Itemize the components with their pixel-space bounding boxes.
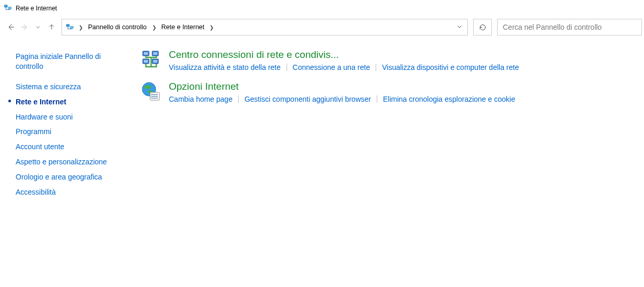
sidebar-home-link[interactable]: Pagina iniziale Pannello di controllo [16, 49, 125, 74]
sidebar-item-appearance[interactable]: Aspetto e personalizzazione [16, 154, 125, 170]
refresh-button[interactable] [473, 19, 492, 35]
sidebar-item-accessibility[interactable]: Accessibilità [16, 185, 125, 200]
chevron-right-icon[interactable]: ❯ [76, 25, 86, 30]
address-bar[interactable]: ❯ Pannello di controllo ❯ Rete e Interne… [61, 19, 468, 35]
category-tasks: Cambia home page Gestisci componenti agg… [169, 95, 515, 103]
category-title-link[interactable]: Centro connessioni di rete e condivis... [169, 49, 519, 61]
address-dropdown-button[interactable] [454, 23, 465, 31]
sidebar-item-programs[interactable]: Programmi [16, 124, 125, 139]
task-separator [238, 95, 239, 103]
task-link[interactable]: Visualizza dispositivi e computer della … [382, 63, 519, 71]
task-link[interactable]: Elimina cronologia esplorazione e cookie [383, 95, 515, 103]
category-network-sharing: Centro connessioni di rete e condivis...… [141, 49, 634, 71]
breadcrumb-segment[interactable]: Pannello di controllo [87, 22, 148, 32]
task-link[interactable]: Visualizza attività e stato della rete [169, 63, 281, 71]
forward-button[interactable] [19, 21, 30, 33]
body-area: Pagina iniziale Pannello di controllo Si… [0, 39, 644, 200]
sidebar-item-hardware-sound[interactable]: Hardware e suoni [16, 110, 125, 125]
back-button[interactable] [5, 21, 17, 33]
task-separator [287, 64, 287, 71]
svg-rect-1 [8, 7, 11, 9]
chevron-right-icon[interactable]: ❯ [149, 25, 159, 30]
svg-rect-8 [144, 52, 148, 55]
sidebar-item-network-internet[interactable]: Rete e Internet [16, 94, 125, 110]
svg-rect-11 [153, 60, 157, 63]
task-link[interactable]: Cambia home page [169, 95, 232, 103]
category-body: Opzioni Internet Cambia home page Gestis… [169, 81, 515, 103]
chevron-right-icon[interactable]: ❯ [206, 25, 217, 30]
main-content: Centro connessioni di rete e condivis...… [130, 49, 644, 200]
internet-options-icon [141, 81, 162, 102]
category-tasks: Visualizza attività e stato della rete C… [169, 63, 519, 71]
nav-toolbar: ❯ Pannello di controllo ❯ Rete e Interne… [0, 19, 644, 39]
titlebar: Rete e Internet [0, 0, 644, 19]
sidebar-item-user-accounts[interactable]: Account utente [16, 139, 125, 154]
search-box[interactable] [497, 19, 642, 35]
sidebar-item-clock-region[interactable]: Orologio e area geografica [16, 170, 125, 185]
window-title: Rete e Internet [16, 5, 57, 12]
task-separator [376, 64, 376, 71]
task-link[interactable]: Gestisci componenti aggiuntivi browser [244, 95, 371, 103]
svg-rect-2 [66, 24, 69, 27]
network-icon [3, 3, 13, 14]
task-link[interactable]: Connessione a una rete [293, 63, 370, 71]
task-separator [377, 95, 377, 103]
category-title-link[interactable]: Opzioni Internet [169, 81, 515, 93]
sidebar: Pagina iniziale Pannello di controllo Si… [0, 49, 130, 200]
recent-locations-button[interactable] [32, 21, 44, 33]
svg-rect-10 [144, 60, 148, 63]
category-internet-options: Opzioni Internet Cambia home page Gestis… [141, 81, 634, 103]
search-input[interactable] [498, 19, 641, 35]
category-body: Centro connessioni di rete e condivis...… [169, 49, 519, 71]
svg-rect-3 [70, 26, 73, 29]
breadcrumb-segment[interactable]: Rete e Internet [160, 22, 206, 32]
network-icon [65, 22, 75, 33]
up-button[interactable] [46, 21, 57, 33]
svg-rect-9 [153, 52, 157, 55]
sidebar-item-system-security[interactable]: Sistema e sicurezza [16, 79, 125, 94]
network-sharing-icon [141, 49, 162, 70]
svg-rect-0 [4, 5, 7, 8]
